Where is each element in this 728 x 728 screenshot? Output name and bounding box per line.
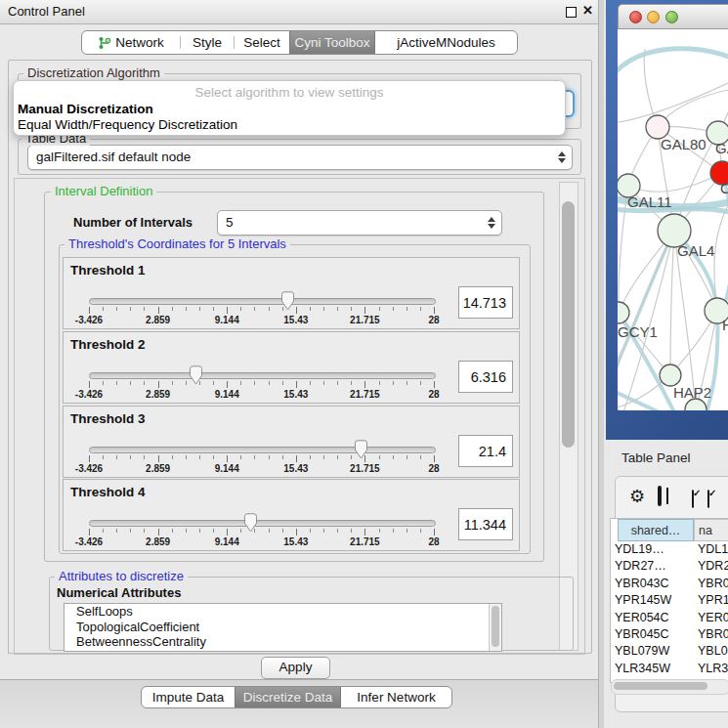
control-panel-titlebar: Control Panel ✕: [0, 0, 598, 24]
table-row[interactable]: YDR27…YDR2: [611, 559, 728, 576]
close-panel-icon[interactable]: ✕: [582, 3, 593, 18]
table-rows: YDL19…YDL1YDR27…YDR2YBR043CYBR0YPR145WYP…: [611, 542, 728, 683]
combo-arrows-icon: [488, 217, 495, 229]
network-node-label: GAL80: [661, 136, 707, 152]
list-scrollbar[interactable]: [489, 604, 501, 651]
threshold-4-slider-track[interactable]: [89, 520, 436, 527]
table-row[interactable]: YBR043CYBR0: [611, 577, 728, 593]
checkbox-checked-icon[interactable]: [692, 490, 694, 508]
threshold-3-panel: Threshold 3 -3.4262.8599.14415.4321.7152…: [63, 406, 520, 478]
threshold-3-slider-track[interactable]: [89, 447, 436, 453]
number-of-intervals-label: Number of Intervals: [73, 215, 193, 230]
network-node-label: GCY1: [618, 323, 658, 340]
numerical-attributes-label: Numerical Attributes: [57, 585, 181, 600]
attribute-item[interactable]: BetweennessCentrality: [64, 634, 501, 650]
close-traffic-light-icon[interactable]: [629, 11, 642, 23]
zoom-traffic-light-icon[interactable]: [665, 11, 678, 23]
slider-scale-labels: -3.4262.8599.14415.4321.71528: [89, 315, 434, 326]
tab-infer-network[interactable]: Infer Network: [341, 687, 451, 707]
threshold-1-panel: Threshold 1 -3.4262.8599.14415.4321.7152…: [63, 257, 520, 329]
algorithm-dropdown-popup: Select algorithm to view settings Manual…: [13, 80, 566, 136]
algorithm-option-manual[interactable]: Manual Discretization: [18, 102, 153, 116]
table-row[interactable]: YBR045CYBR0: [611, 627, 728, 644]
slider-scale-labels: -3.4262.8599.14415.4321.71528: [89, 463, 434, 475]
network-node-label: GAL11: [627, 193, 672, 210]
tab-discretize-data[interactable]: Discretize Data: [235, 687, 341, 707]
network-window-titlebar[interactable]: [618, 4, 728, 29]
screen: Control Panel ✕ Network Style Select Cyn…: [0, 0, 728, 728]
table-data-combobox[interactable]: galFiltered.sif default node: [27, 145, 573, 170]
attribute-item[interactable]: SelfLoops: [64, 604, 501, 620]
network-canvas[interactable]: GAL80GACGAL11GAL4GCY1HHAP2: [618, 29, 728, 410]
algorithm-option-equal-width[interactable]: Equal Width/Frequency Discretization: [18, 117, 237, 132]
network-icon: [98, 36, 111, 50]
tab-select[interactable]: Select: [235, 31, 289, 54]
divider: [8, 653, 591, 654]
attributes-group-title: Attributes to discretize: [55, 570, 188, 583]
interval-definition-title: Interval Definition: [51, 185, 156, 198]
network-node-HAP2[interactable]: [660, 364, 681, 386]
checkbox-checked-icon[interactable]: [707, 490, 709, 508]
float-panel-icon[interactable]: [566, 7, 577, 18]
threshold-3-value-field[interactable]: 21.4: [458, 435, 513, 467]
threshold-2-value-field[interactable]: 6.316: [458, 361, 513, 393]
network-node-label: C: [720, 180, 728, 196]
threshold-2-slider-thumb[interactable]: [189, 365, 203, 385]
tab-style[interactable]: Style: [181, 31, 234, 54]
tab-impute-data[interactable]: Impute Data: [142, 687, 235, 707]
bottom-tabstrip: Impute Data Discretize Data Infer Networ…: [141, 686, 452, 708]
table-row[interactable]: YDL19…YDL1: [611, 542, 728, 559]
table-row[interactable]: YER054CYER0: [611, 611, 728, 627]
table-row[interactable]: YBL079WYBL0: [611, 644, 728, 661]
gear-icon[interactable]: ⚙: [629, 488, 645, 505]
network-node-GCY1[interactable]: [618, 302, 629, 323]
settings-scrollbar-thumb[interactable]: [562, 201, 575, 448]
column-header-name[interactable]: na: [694, 519, 728, 541]
network-node-label: HAP2: [673, 384, 711, 401]
threshold-1-slider-track[interactable]: [89, 298, 436, 305]
number-of-intervals-combobox[interactable]: 5: [217, 210, 502, 236]
algorithm-placeholder: Select algorithm to view settings: [14, 85, 565, 100]
table-panel-title: Table Panel: [621, 450, 691, 465]
threshold-2-slider-track[interactable]: [89, 372, 436, 379]
top-tabstrip: Network Style Select Cyni Toolbox jActiv…: [81, 30, 518, 55]
minimize-traffic-light-icon[interactable]: [647, 11, 660, 23]
apply-button[interactable]: Apply: [261, 657, 330, 679]
attribute-item[interactable]: TopologicalCoefficient: [64, 620, 501, 635]
slider-scale-labels: -3.4262.8599.14415.4321.71528: [89, 536, 434, 548]
network-node-label: H: [722, 317, 728, 333]
tab-jactivemnodules[interactable]: jActiveMNodules: [375, 31, 517, 54]
table-horizontal-scrollbar[interactable]: [611, 679, 728, 695]
numerical-attributes-list[interactable]: SelfLoopsTopologicalCoefficientBetweenne…: [64, 603, 502, 652]
tab-cyni-toolbox[interactable]: Cyni Toolbox: [289, 31, 375, 54]
threshold-1-slider-thumb[interactable]: [280, 291, 295, 311]
discretization-algorithm-title: Discretization Algorithm: [23, 66, 164, 80]
table-row[interactable]: YLR345WYLR3: [611, 662, 728, 678]
table-row[interactable]: YPR145WYPR1: [611, 593, 728, 610]
column-header-shared-name[interactable]: shared…: [618, 519, 694, 541]
thresholds-group-title: Threshold's Coordinates for 5 Intervals: [64, 237, 290, 251]
split-columns-icon[interactable]: [658, 486, 662, 506]
combo-arrows-icon: [558, 151, 566, 163]
tab-network[interactable]: Network: [82, 31, 180, 54]
slider-ticks: [89, 455, 434, 463]
threshold-2-panel: Threshold 2 -3.4262.8599.14415.4321.7152…: [63, 331, 520, 404]
network-node-label: GAL4: [677, 242, 714, 259]
slider-scale-labels: -3.4262.8599.14415.4321.71528: [89, 389, 434, 401]
network-node-label: GA: [715, 140, 728, 156]
slider-ticks: [89, 307, 434, 315]
slider-ticks: [89, 381, 434, 389]
threshold-4-value-field[interactable]: 11.344: [458, 508, 513, 540]
threshold-1-value-field[interactable]: 14.713: [458, 286, 513, 319]
threshold-3-slider-thumb[interactable]: [354, 440, 368, 459]
slider-ticks: [89, 529, 434, 536]
node-table: shared… na YDL19…YDL1YDR27…YDR2YBR043CYB…: [610, 518, 728, 683]
threshold-4-panel: Threshold 4 -3.4262.8599.14415.4321.7152…: [63, 479, 520, 551]
threshold-4-slider-thumb[interactable]: [243, 513, 258, 533]
panel-title: Control Panel: [8, 4, 85, 19]
